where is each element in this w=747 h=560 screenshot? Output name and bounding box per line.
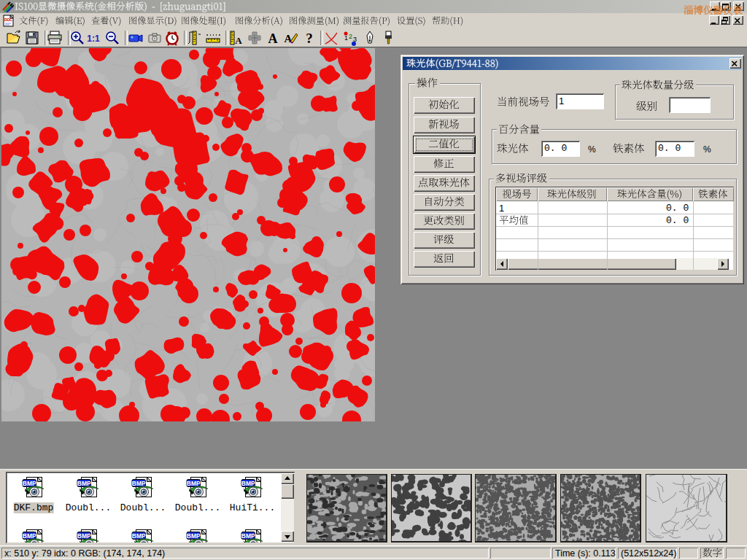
svg-text:BMP: BMP — [132, 532, 146, 540]
svg-text:BMP: BMP — [187, 532, 201, 540]
svg-text:BMP: BMP — [77, 480, 91, 487]
svg-text:BMP: BMP — [241, 532, 255, 540]
svg-text:BMP: BMP — [187, 480, 201, 487]
svg-text:2: 2 — [349, 33, 352, 40]
svg-text:BMP: BMP — [77, 532, 91, 540]
svg-text:DOC: DOC — [4, 18, 12, 22]
svg-text:BMP: BMP — [241, 480, 255, 487]
svg-text:BMP: BMP — [132, 480, 146, 487]
svg-text:BMP: BMP — [23, 480, 36, 487]
svg-text:?: ? — [306, 31, 313, 46]
svg-text:A: A — [268, 31, 278, 46]
svg-text:1: 1 — [344, 34, 348, 42]
svg-text:A: A — [235, 35, 242, 46]
svg-text:1:1: 1:1 — [87, 34, 100, 44]
svg-text:BMP: BMP — [23, 532, 36, 540]
